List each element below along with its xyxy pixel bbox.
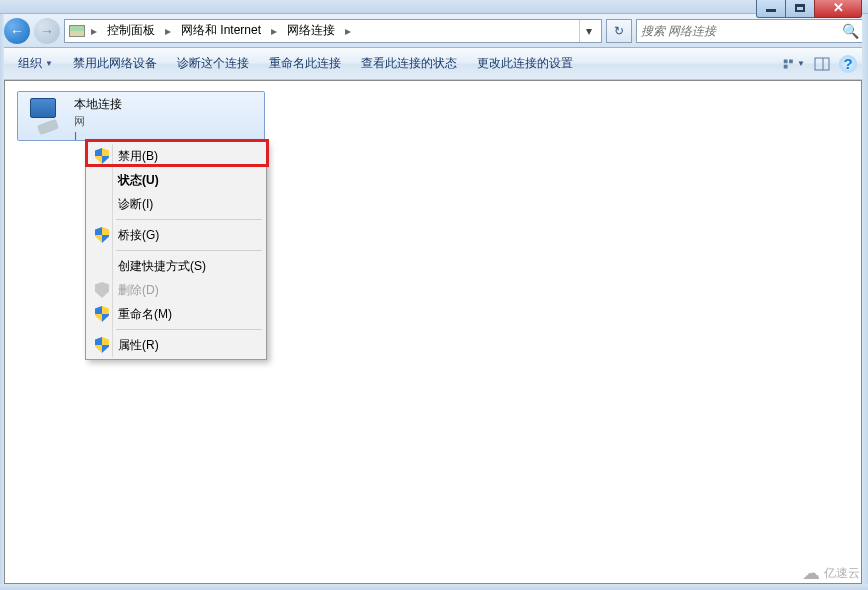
watermark: ☁ 亿速云 bbox=[802, 562, 860, 584]
content-area[interactable]: 本地连接 网 I 禁用(B) 状态(U) 诊断(I) 桥接(G) 创建快捷方式(… bbox=[4, 80, 862, 584]
menu-separator bbox=[116, 329, 262, 330]
chrome-right bbox=[862, 14, 868, 590]
ctx-disable[interactable]: 禁用(B) bbox=[88, 144, 264, 168]
connection-line2: 网 bbox=[74, 114, 122, 129]
chrome-bottom bbox=[0, 584, 868, 590]
shield-icon bbox=[93, 336, 111, 354]
shield-icon bbox=[93, 305, 111, 323]
maximize-button[interactable] bbox=[785, 0, 815, 18]
ctx-rename[interactable]: 重命名(M) bbox=[88, 302, 264, 326]
connection-item[interactable]: 本地连接 网 I bbox=[17, 91, 265, 141]
ctx-delete: 删除(D) bbox=[88, 278, 264, 302]
ctx-status[interactable]: 状态(U) bbox=[88, 168, 264, 192]
window-controls: ✕ bbox=[757, 0, 862, 18]
close-button[interactable]: ✕ bbox=[814, 0, 862, 18]
shield-icon bbox=[93, 281, 111, 299]
menu-separator bbox=[116, 250, 262, 251]
ctx-bridge[interactable]: 桥接(G) bbox=[88, 223, 264, 247]
title-bar[interactable]: ✕ bbox=[0, 0, 868, 14]
minimize-button[interactable] bbox=[756, 0, 786, 18]
menu-separator bbox=[116, 219, 262, 220]
context-menu: 禁用(B) 状态(U) 诊断(I) 桥接(G) 创建快捷方式(S) 删除(D) … bbox=[85, 141, 267, 360]
network-adapter-icon bbox=[24, 96, 66, 136]
connection-name: 本地连接 bbox=[74, 96, 122, 113]
cloud-icon: ☁ bbox=[802, 562, 820, 584]
ctx-diagnose[interactable]: 诊断(I) bbox=[88, 192, 264, 216]
shield-icon bbox=[93, 226, 111, 244]
shield-icon bbox=[93, 147, 111, 165]
ctx-properties[interactable]: 属性(R) bbox=[88, 333, 264, 357]
ctx-shortcut[interactable]: 创建快捷方式(S) bbox=[88, 254, 264, 278]
